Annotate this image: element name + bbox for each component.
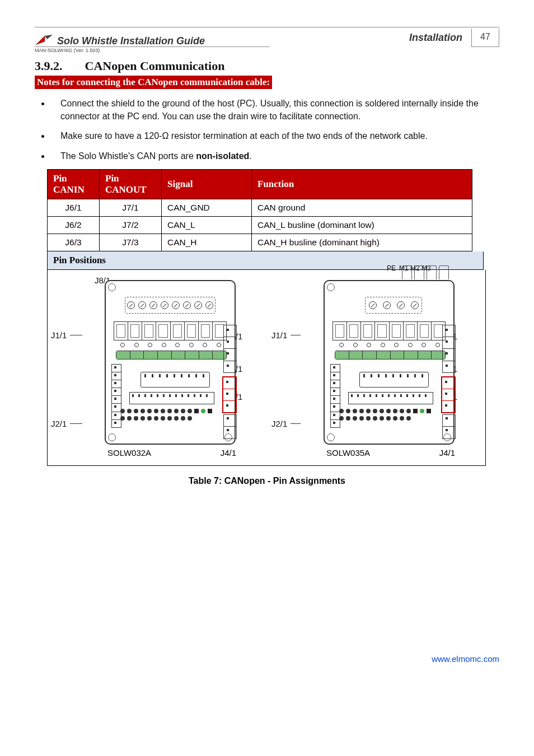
cell: CAN_GND: [162, 199, 252, 216]
cell: J7/1: [100, 199, 162, 216]
connector-j1: [114, 321, 227, 340]
doc-title: Solo Whistle Installation Guide: [57, 35, 205, 47]
leader-line: [291, 423, 301, 424]
cell: CAN_L: [162, 216, 252, 234]
text-bold: non-isolated: [196, 151, 249, 161]
diagram-left: J8/1 J1/1 J2/1 J3/1 J7/1 J6/1 J5/1: [54, 280, 258, 458]
terminal-block: [116, 351, 227, 360]
connector-j8: [125, 297, 216, 314]
diagram-footer: SOLW035A J4/1: [326, 448, 455, 458]
notes-banner: Notes for connecting the CANopen communi…: [35, 76, 272, 89]
label-j4: J4/1: [439, 448, 455, 458]
table-row: J6/2 J7/2 CAN_L CAN_L busline (dominant …: [48, 216, 472, 234]
connector-j3: [359, 372, 429, 388]
connector-j6-highlight: [222, 376, 237, 413]
connector-j4: [129, 392, 214, 404]
connector-j3: [140, 372, 210, 388]
label-j2: J2/1: [271, 419, 287, 428]
board-outline: [324, 280, 455, 445]
connector-j8: [365, 297, 422, 314]
section-title: CANopen Communication: [85, 59, 225, 73]
list-item: Connect the shield to the ground of the …: [50, 97, 499, 123]
th-pin: Pin: [48, 169, 100, 184]
leader-line: [291, 335, 301, 335]
board-id: SOLW035A: [326, 448, 370, 458]
figure-caption: Table 7: CANopen - Pin Assignments: [35, 476, 499, 486]
th-canout: CANOUT: [100, 184, 162, 199]
header-left: Solo Whistle Installation Guide: [35, 34, 205, 47]
cell: CAN_H busline (dominant high): [252, 234, 472, 251]
figure-box: J8/1 J1/1 J2/1 J3/1 J7/1 J6/1 J5/1: [47, 270, 486, 466]
board-id: SOLW032A: [107, 448, 151, 458]
table-header-row: Pin Pin Signal Function: [48, 169, 472, 184]
diagram-right: PE M1 M2 M3 J8/1 J1/1 J2/1 J3/1 J7/1 J6/…: [275, 280, 479, 458]
text: The Solo Whistle's CAN ports are: [60, 151, 196, 161]
cell: CAN_H: [162, 234, 252, 251]
pin-dots: [116, 343, 226, 347]
page: Solo Whistle Installation Guide Installa…: [0, 0, 534, 686]
header-row: Solo Whistle Installation Guide Installa…: [35, 27, 499, 47]
connector-j5: [223, 414, 237, 439]
mount-hole-icon: [108, 433, 116, 441]
leader-line: [70, 335, 82, 335]
footer-link[interactable]: www.elmomc.com: [35, 654, 499, 664]
logo-icon: [35, 34, 54, 47]
section-number: 3.9.2.: [35, 59, 63, 73]
mount-hole-icon: [327, 433, 335, 441]
connector-j2: [120, 409, 216, 431]
cell: J6/2: [48, 216, 100, 234]
connector-j4: [348, 392, 433, 404]
section-heading: 3.9.2.CANopen Communication: [35, 59, 499, 73]
leader-line: [70, 423, 82, 424]
th-signal: Signal: [162, 169, 252, 199]
page-number: 47: [471, 29, 499, 47]
list-item: The Solo Whistle's CAN ports are non-iso…: [50, 150, 499, 162]
connector-j7: [223, 325, 237, 373]
connector-j7: [442, 325, 456, 373]
th-canin: CANIN: [48, 184, 100, 199]
version-line: MAN-SOLWHIIG (Ver. 1.503): [35, 46, 270, 53]
mount-hole-icon: [327, 283, 335, 291]
cell: CAN ground: [252, 199, 472, 216]
connector-j2: [339, 409, 434, 431]
section-label: Installation: [409, 32, 462, 44]
cell: J6/1: [48, 199, 100, 216]
page-header: Solo Whistle Installation Guide Installa…: [35, 27, 499, 53]
diagram-footer: SOLW032A J4/1: [107, 448, 236, 458]
text: .: [249, 151, 251, 161]
label-j4: J4/1: [221, 448, 236, 458]
power-terminals: [402, 265, 449, 279]
table-row: J6/3 J7/3 CAN_H CAN_H busline (dominant …: [48, 234, 472, 251]
cell: CAN_L busline (dominant low): [252, 216, 472, 234]
connector-j5: [442, 414, 456, 439]
label-j2: J2/1: [51, 419, 67, 428]
connector-j1: [332, 321, 446, 340]
label-j1: J1/1: [51, 330, 67, 340]
terminal-block: [335, 351, 446, 360]
th-pin2: Pin: [100, 169, 162, 184]
label-j1: J1/1: [271, 330, 287, 340]
th-function: Function: [252, 169, 472, 199]
board-outline: [105, 280, 236, 445]
connector-j6-highlight: [441, 376, 456, 413]
cell: J6/3: [48, 234, 100, 251]
label-pe: PE: [387, 264, 396, 272]
cell: J7/2: [100, 216, 162, 234]
table-row: J6/1 J7/1 CAN_GND CAN ground: [48, 199, 472, 216]
cell: J7/3: [100, 234, 162, 251]
list-item: Make sure to have a 120-Ω resistor termi…: [50, 129, 499, 142]
mount-hole-icon: [108, 283, 116, 291]
header-right: Installation 47: [409, 29, 499, 47]
pin-table: Pin Pin Signal Function CANIN CANOUT J6/…: [47, 169, 472, 251]
bullet-list: Connect the shield to the ground of the …: [50, 97, 499, 162]
pin-dots: [335, 343, 444, 347]
